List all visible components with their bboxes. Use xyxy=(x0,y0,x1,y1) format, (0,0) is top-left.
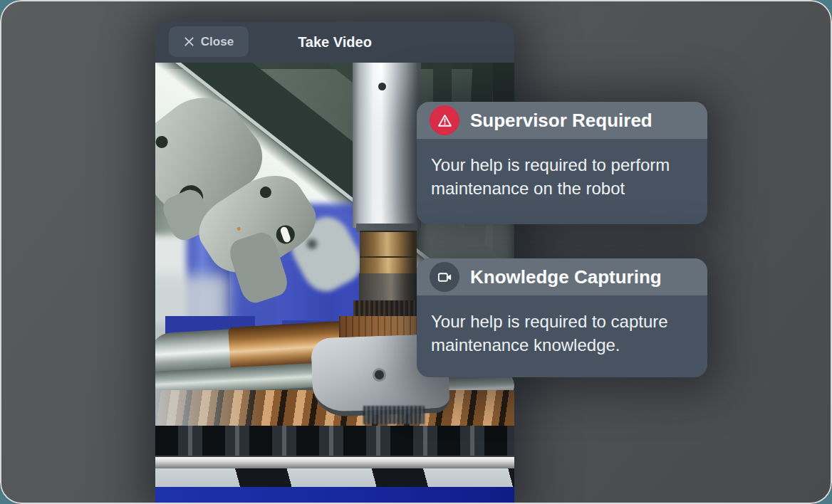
notification-message: Your help is required to perform mainten… xyxy=(417,139,703,200)
notification-title: Supervisor Required xyxy=(470,110,652,132)
take-video-header: Take Video Close xyxy=(155,21,514,63)
photo-gripper-hole xyxy=(258,184,274,200)
photo-tube-row-highlight xyxy=(155,390,269,429)
video-camera-icon-circle xyxy=(430,262,459,292)
notification-message: Your help is required to capture mainten… xyxy=(417,295,703,357)
photo-rust-speck xyxy=(236,226,241,231)
photo-housing-screw xyxy=(375,370,384,379)
photo-spindle-screw xyxy=(378,83,386,90)
warning-icon xyxy=(430,105,459,135)
photo-spindle-brass-ring xyxy=(360,231,417,256)
app-window: Take Video Close xyxy=(0,0,832,504)
notification-header: Supervisor Required xyxy=(417,102,707,139)
photo-gripper-hole xyxy=(155,134,170,151)
notification-stack: Supervisor Required Your help is require… xyxy=(417,102,707,377)
photo-spindle-column xyxy=(353,63,421,228)
video-camera-icon xyxy=(437,269,453,285)
screen: Take Video Close xyxy=(0,0,832,504)
photo-checker-strip xyxy=(155,468,514,487)
photo-spindle-collar xyxy=(359,273,417,302)
notification-supervisor-required[interactable]: Supervisor Required Your help is require… xyxy=(417,102,707,224)
x-mark-icon xyxy=(184,36,194,47)
photo-conveyor-rollers xyxy=(155,426,514,457)
notification-title: Knowledge Capturing xyxy=(470,266,662,288)
notification-knowledge-capturing[interactable]: Knowledge Capturing Your help is require… xyxy=(417,258,707,377)
notification-header: Knowledge Capturing xyxy=(417,258,707,295)
close-button[interactable]: Close xyxy=(169,26,249,57)
photo-spindle-cutter xyxy=(353,300,419,317)
photo-gripper-hole xyxy=(273,222,298,248)
photo-gripper-hole xyxy=(305,237,318,251)
warning-triangle-icon xyxy=(437,112,453,129)
close-button-label: Close xyxy=(201,35,234,49)
photo-brush-debris xyxy=(363,406,425,424)
photo-blue-base-band xyxy=(155,487,514,504)
